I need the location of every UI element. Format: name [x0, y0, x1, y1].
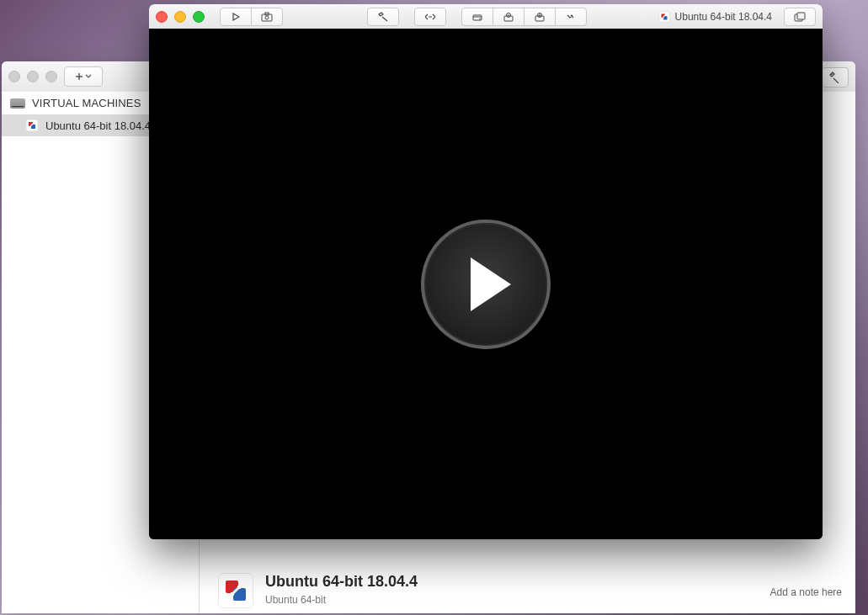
- snapshot-button[interactable]: [251, 8, 283, 26]
- removable-device-button[interactable]: [524, 8, 556, 26]
- start-button[interactable]: [220, 8, 252, 26]
- vm-info-text: Ubuntu 64-bit 18.04.4 Ubuntu 64-bit: [265, 573, 418, 606]
- vm-traffic-lights: [156, 11, 205, 23]
- svg-rect-16: [797, 13, 805, 19]
- sidebar-item-label: Ubuntu 64-bit 18.04.4: [45, 119, 151, 132]
- vm-title: Ubuntu 64-bit 18.04.4: [265, 573, 418, 591]
- vm-console-window: Ubuntu 64-bit 18.04.4: [149, 4, 823, 539]
- settings-button[interactable]: [367, 8, 399, 26]
- new-tab-button[interactable]: [784, 8, 816, 26]
- maximize-icon[interactable]: [193, 11, 205, 23]
- play-icon: [471, 257, 511, 311]
- library-settings-button[interactable]: [822, 67, 849, 87]
- vmware-icon: [25, 119, 39, 132]
- svg-point-8: [479, 18, 481, 19]
- sidebar-header-label: VIRTUAL MACHINES: [32, 97, 141, 109]
- devices-segment: [461, 8, 587, 26]
- minimize-icon[interactable]: [174, 11, 186, 23]
- start-vm-button[interactable]: [421, 220, 551, 349]
- svg-point-11: [508, 14, 509, 16]
- machines-icon: [10, 98, 25, 109]
- minimize-icon[interactable]: [27, 71, 39, 82]
- cd-dvd-button[interactable]: [493, 8, 525, 26]
- fit-button[interactable]: [414, 8, 446, 26]
- more-devices-button[interactable]: [555, 8, 587, 26]
- vmware-badge-icon: [218, 573, 253, 608]
- hard-disk-button[interactable]: [461, 8, 493, 26]
- svg-point-6: [265, 16, 269, 19]
- library-traffic-lights: [8, 71, 57, 82]
- vm-subtitle: Ubuntu 64-bit: [265, 594, 418, 606]
- svg-rect-9: [504, 16, 513, 21]
- vm-screen: [149, 29, 823, 539]
- add-vm-button[interactable]: [64, 66, 103, 87]
- maximize-icon[interactable]: [45, 71, 57, 82]
- close-icon[interactable]: [156, 11, 168, 23]
- add-note-link[interactable]: Add a note here: [770, 586, 842, 598]
- svg-point-0: [831, 73, 833, 75]
- vmware-icon: [658, 11, 670, 23]
- vm-window-title-label: Ubuntu 64-bit 18.04.4: [675, 11, 772, 23]
- vm-window-title: Ubuntu 64-bit 18.04.4: [658, 11, 772, 23]
- power-segment: [220, 8, 283, 26]
- vm-toolbar: Ubuntu 64-bit 18.04.4: [149, 4, 823, 29]
- close-icon[interactable]: [8, 71, 20, 82]
- vm-info-card: Ubuntu 64-bit 18.04.4 Ubuntu 64-bit Add …: [218, 570, 845, 613]
